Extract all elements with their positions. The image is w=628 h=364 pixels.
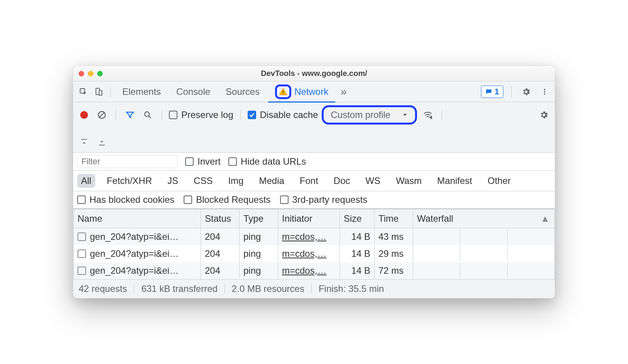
cell-initiator[interactable]: m=cdos,… bbox=[282, 248, 326, 259]
tab-label: Network bbox=[294, 86, 328, 97]
file-icon bbox=[78, 249, 86, 258]
svg-rect-2 bbox=[99, 90, 102, 95]
type-chip-img[interactable]: Img bbox=[224, 174, 247, 188]
cell-type: ping bbox=[240, 262, 278, 279]
network-conditions-icon[interactable] bbox=[421, 108, 435, 122]
issues-count: 1 bbox=[495, 87, 499, 97]
type-chip-manifest[interactable]: Manifest bbox=[433, 174, 476, 188]
cell-waterfall bbox=[413, 262, 555, 279]
preserve-log-label: Preserve log bbox=[181, 110, 233, 120]
type-chip-other[interactable]: Other bbox=[484, 174, 515, 188]
cell-status: 204 bbox=[201, 228, 240, 246]
type-chip-css[interactable]: CSS bbox=[190, 174, 216, 188]
third-party-option[interactable]: 3rd-party requests bbox=[280, 194, 368, 205]
cell-waterfall bbox=[413, 245, 555, 262]
cell-name: gen_204?atyp=i&ei… bbox=[90, 231, 179, 242]
cell-initiator[interactable]: m=cdos,… bbox=[282, 265, 326, 276]
type-chip-media[interactable]: Media bbox=[255, 174, 288, 188]
preserve-log-option[interactable]: Preserve log bbox=[169, 110, 233, 120]
throttling-value: Custom profile bbox=[331, 110, 390, 120]
settings-icon[interactable] bbox=[519, 85, 533, 99]
divider bbox=[116, 110, 116, 120]
tab-network[interactable]: Network bbox=[268, 81, 335, 102]
cell-status: 204 bbox=[201, 262, 240, 279]
divider bbox=[110, 86, 111, 97]
disable-cache-option[interactable]: Disable cache bbox=[248, 110, 318, 120]
cell-size: 14 B bbox=[340, 245, 375, 262]
throttling-select[interactable]: Custom profile bbox=[322, 105, 417, 125]
col-time[interactable]: Time bbox=[375, 209, 413, 228]
cell-initiator[interactable]: m=cdos,… bbox=[282, 231, 326, 242]
window-title: DevTools - www.google.com/ bbox=[73, 69, 555, 78]
checkbox-unchecked-icon bbox=[77, 195, 86, 204]
type-chip-all[interactable]: All bbox=[77, 174, 95, 188]
export-har-icon[interactable] bbox=[95, 135, 109, 149]
more-tabs-button[interactable]: » bbox=[337, 86, 351, 98]
tab-label: Console bbox=[176, 86, 210, 97]
search-icon[interactable] bbox=[141, 108, 155, 122]
blocked-cookies-label: Has blocked cookies bbox=[89, 194, 174, 205]
network-settings-icon[interactable] bbox=[537, 108, 551, 122]
type-chip-ws[interactable]: WS bbox=[362, 174, 385, 188]
invert-label: Invert bbox=[198, 156, 221, 167]
table-row[interactable]: gen_204?atyp=i&ei… 204 ping m=cdos,… 14 … bbox=[74, 228, 555, 246]
filter-input[interactable] bbox=[77, 155, 177, 168]
window-titlebar: DevTools - www.google.com/ bbox=[73, 66, 555, 81]
more-menu-icon[interactable] bbox=[538, 85, 552, 99]
filter-row: Invert Hide data URLs bbox=[73, 153, 555, 171]
blocked-requests-option[interactable]: Blocked Requests bbox=[184, 194, 270, 205]
tab-sources[interactable]: Sources bbox=[219, 81, 267, 102]
type-chip-doc[interactable]: Doc bbox=[330, 174, 354, 188]
svg-point-10 bbox=[145, 112, 149, 116]
tab-console[interactable]: Console bbox=[169, 81, 217, 102]
table-row[interactable]: gen_204?atyp=i&ei… 204 ping m=cdos,… 14 … bbox=[74, 245, 555, 262]
svg-rect-4 bbox=[283, 93, 284, 94]
col-size[interactable]: Size bbox=[340, 209, 375, 228]
devtools-window: DevTools - www.google.com/ Elements Cons… bbox=[73, 66, 555, 298]
table-header-row: Name Status Type Initiator Size Time Wat… bbox=[74, 209, 555, 228]
file-icon bbox=[78, 266, 86, 275]
tab-elements[interactable]: Elements bbox=[115, 81, 168, 102]
col-status[interactable]: Status bbox=[201, 209, 240, 228]
device-toolbar-icon[interactable] bbox=[92, 85, 106, 99]
col-initiator[interactable]: Initiator bbox=[278, 209, 340, 228]
type-chip-wasm[interactable]: Wasm bbox=[392, 174, 425, 188]
hide-data-urls-option[interactable]: Hide data URLs bbox=[228, 156, 306, 167]
col-waterfall[interactable]: Waterfall▲ bbox=[413, 209, 555, 228]
checkbox-unchecked-icon bbox=[185, 157, 194, 166]
svg-point-5 bbox=[544, 89, 545, 90]
type-chip-font[interactable]: Font bbox=[296, 174, 322, 188]
tab-label: Sources bbox=[226, 86, 260, 97]
status-bar: 42 requests 631 kB transferred 2.0 MB re… bbox=[73, 279, 555, 298]
maximize-window-button[interactable] bbox=[97, 71, 103, 76]
col-name[interactable]: Name bbox=[74, 209, 201, 228]
invert-option[interactable]: Invert bbox=[185, 156, 221, 167]
checkbox-checked-icon bbox=[248, 111, 256, 119]
close-window-button[interactable] bbox=[79, 71, 84, 76]
blocked-cookies-option[interactable]: Has blocked cookies bbox=[77, 194, 174, 205]
inspect-element-icon[interactable] bbox=[76, 85, 90, 99]
table-row[interactable]: gen_204?atyp=i&ei… 204 ping m=cdos,… 14 … bbox=[74, 262, 555, 279]
cell-name: gen_204?atyp=i&ei… bbox=[90, 265, 179, 276]
cell-type: ping bbox=[240, 228, 278, 246]
col-type[interactable]: Type bbox=[240, 209, 278, 228]
record-button[interactable] bbox=[77, 108, 91, 122]
window-traffic-lights bbox=[73, 71, 103, 76]
issues-button[interactable]: 1 bbox=[481, 86, 503, 98]
import-har-icon[interactable] bbox=[77, 135, 91, 149]
hide-data-urls-label: Hide data URLs bbox=[241, 156, 306, 167]
minimize-window-button[interactable] bbox=[88, 71, 93, 76]
status-resources: 2.0 MB resources bbox=[232, 283, 304, 294]
clear-button[interactable] bbox=[95, 108, 109, 122]
checkbox-unchecked-icon bbox=[169, 111, 177, 119]
type-chip-js[interactable]: JS bbox=[164, 174, 182, 188]
third-party-label: 3rd-party requests bbox=[292, 194, 368, 205]
network-toolbar: Preserve log Disable cache Custom profil… bbox=[73, 102, 555, 153]
filter-toggle-icon[interactable] bbox=[123, 108, 137, 122]
divider bbox=[442, 110, 442, 120]
type-chip-fetch[interactable]: Fetch/XHR bbox=[103, 174, 156, 188]
disable-cache-label: Disable cache bbox=[260, 110, 318, 120]
checkbox-unchecked-icon bbox=[228, 157, 237, 166]
cell-time: 29 ms bbox=[375, 245, 413, 262]
cell-status: 204 bbox=[201, 245, 240, 262]
